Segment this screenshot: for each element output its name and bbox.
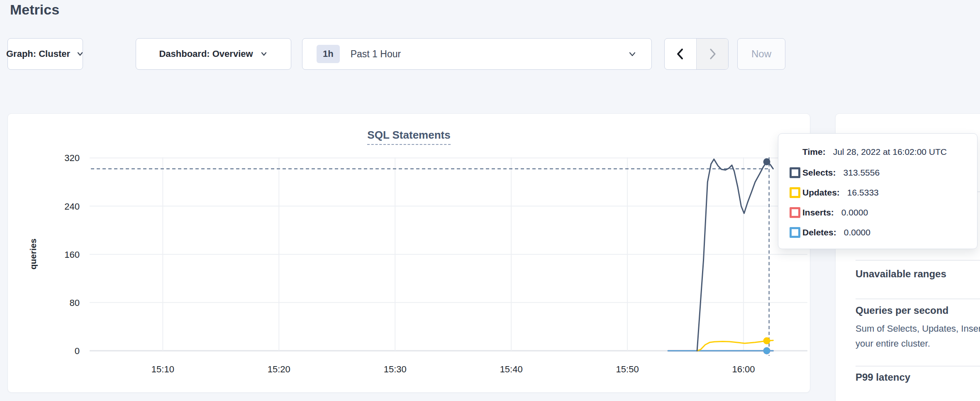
inserts-swatch-icon [790,207,800,218]
graph-selector-dropdown[interactable]: Graph: Cluster [7,38,83,70]
sidebar-divider [856,366,980,367]
tooltip-series-label: Deletes: [802,227,836,237]
tooltip-series-label: Inserts: [802,208,834,218]
dashboard-selector-dropdown[interactable]: Dashboard: Overview [136,38,291,70]
sidebar-divider [856,260,980,261]
tooltip-series-value: 16.5333 [847,188,879,198]
now-button-label: Now [751,48,771,60]
y-axis-tick-label: 80 [70,298,80,308]
series-line-updates [697,340,773,351]
hover-dot-updates [763,337,770,344]
tooltip-row-selects: Selects: 313.5556 [802,167,977,178]
time-range-dropdown[interactable]: 1h Past 1 Hour [302,38,652,70]
next-window-button[interactable] [696,39,728,69]
updates-swatch-icon [790,187,800,198]
tooltip-series-value: 0.0000 [841,208,868,218]
selects-swatch-icon [790,167,800,178]
y-axis-tick-label: 240 [64,201,80,212]
sidebar-divider [856,298,980,299]
tooltip-time-label: Time: [802,147,826,157]
sql-statements-chart-card: SQL Statements 08016024032015:1015:2015:… [7,113,810,393]
tooltip-series-value: 0.0000 [844,227,870,237]
tooltip-row-deletes: Deletes: 0.0000 [802,227,977,238]
chevron-left-icon [675,46,686,61]
y-axis-tick-label: 0 [75,346,80,356]
time-window-nav [664,38,729,70]
sidebar-heading-unavailable-ranges: Unavailable ranges [856,268,946,280]
chart-title: SQL Statements [8,129,810,142]
chevron-down-icon [260,50,268,58]
tooltip-row-updates: Updates: 16.5333 [802,187,977,198]
y-axis-label: queries [28,239,38,270]
now-button[interactable]: Now [737,38,785,70]
hover-dot-deletes [763,347,770,355]
sql-statements-chart[interactable]: 08016024032015:1015:2015:3015:4015:5016:… [8,114,809,392]
tooltip-series-label: Updates: [802,188,840,198]
metrics-page: { "page_title": "Metrics", "toolbar": { … [0,0,980,401]
x-axis-tick-label: 15:20 [268,364,290,374]
deletes-swatch-icon [790,227,800,238]
tooltip-series-label: Selects: [802,168,836,178]
tooltip-series-value: 313.5556 [843,168,880,178]
sidebar-description-line: your entire cluster. [856,338,930,349]
sidebar-description-line: Sum of Selects, Updates, Inser [856,323,980,334]
graph-selector-label: Graph: Cluster [6,49,70,59]
y-axis-tick-label: 160 [64,249,80,260]
tooltip-time-row: Time: Jul 28, 2022 at 16:02:00 UTC [802,147,977,157]
x-axis-tick-label: 15:30 [384,364,407,374]
chart-hover-tooltip: Time: Jul 28, 2022 at 16:02:00 UTC Selec… [778,133,978,249]
x-axis-tick-label: 15:50 [616,364,639,374]
y-axis-tick-label: 320 [64,153,80,163]
sidebar-heading-p99-latency: P99 latency [856,372,910,383]
chevron-down-icon [76,50,84,58]
chart-title-link[interactable]: SQL Statements [367,129,450,145]
page-title: Metrics [10,2,59,18]
prev-window-button[interactable] [665,39,696,69]
time-range-badge: 1h [317,45,340,63]
series-line-selects [697,159,773,351]
x-axis-tick-label: 15:40 [500,364,523,374]
x-axis-tick-label: 15:10 [151,364,174,374]
dashboard-selector-label: Dashboard: Overview [159,49,253,59]
time-range-label: Past 1 Hour [351,49,617,60]
sidebar-heading-queries-per-second: Queries per second [856,305,948,316]
chevron-down-icon [627,49,637,59]
tooltip-time-value: Jul 28, 2022 at 16:02:00 UTC [833,147,947,157]
x-axis-tick-label: 16:00 [732,364,755,374]
chevron-right-icon [707,46,718,61]
tooltip-row-inserts: Inserts: 0.0000 [802,207,977,218]
hover-dot-selects [763,158,770,165]
